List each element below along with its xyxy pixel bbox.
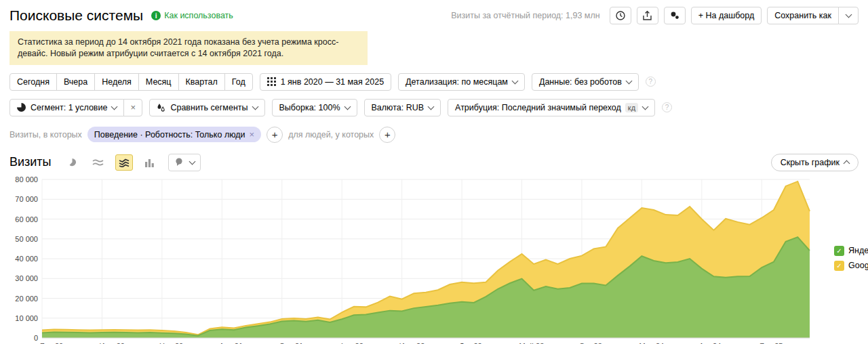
pie-segment-icon bbox=[17, 103, 26, 112]
two-dots-icon bbox=[669, 10, 680, 21]
y-axis-label: 80 000 bbox=[15, 175, 38, 184]
columns-chart-type-button[interactable] bbox=[141, 154, 159, 171]
visits-filter-label: Визиты, в которых bbox=[9, 130, 82, 139]
export-button[interactable] bbox=[637, 7, 658, 24]
y-axis-label: 20 000 bbox=[15, 294, 38, 302]
chart-header: Визиты Скрыть график bbox=[9, 154, 859, 171]
attribution-badge: кд bbox=[625, 103, 638, 112]
stacked-area-type-button[interactable] bbox=[115, 154, 133, 171]
clock-icon bbox=[615, 10, 626, 21]
calendar-grid-icon bbox=[267, 77, 276, 86]
help-icon[interactable]: ? bbox=[662, 102, 672, 112]
attribution-button[interactable]: Атрибуция: Последний значимый переход кд bbox=[448, 99, 655, 116]
help-icon[interactable]: ? bbox=[646, 77, 656, 87]
date-range-button[interactable]: 1 янв 2020 — 31 мая 2025 bbox=[260, 73, 391, 91]
chip-remove-icon[interactable]: × bbox=[250, 129, 255, 139]
range-yesterday-button[interactable]: Вчера bbox=[56, 73, 95, 91]
save-as-button[interactable]: Сохранить как bbox=[767, 7, 839, 24]
quick-range-group: Сегодня Вчера Неделя Месяц Квартал Год bbox=[9, 73, 253, 91]
segment-clear-button[interactable]: × bbox=[123, 99, 142, 116]
chevron-down-icon bbox=[845, 12, 852, 18]
stacked-area-icon bbox=[119, 158, 130, 167]
sampling-label: Выборка: 100% bbox=[279, 103, 340, 112]
checkbox-yandex-icon[interactable]: ✓ bbox=[834, 246, 844, 256]
chevron-down-icon bbox=[428, 103, 435, 110]
legend-label-google: Google bbox=[848, 261, 868, 270]
chart-legend: ✓ Яндекс ✓ Google bbox=[834, 246, 868, 271]
compare-segments-button[interactable]: Сравнить сегменты bbox=[149, 99, 264, 116]
chevron-down-icon bbox=[625, 77, 632, 84]
stacked-area-chart: 010 00020 00030 00040 00050 00060 00070 … bbox=[9, 174, 868, 344]
chevron-down-icon bbox=[189, 158, 195, 165]
period-visits-label: Визиты за отчётный период: 1,93 млн bbox=[451, 11, 599, 20]
chevron-down-icon bbox=[344, 103, 351, 110]
visits-chart: 010 00020 00030 00040 00050 00060 00070 … bbox=[9, 174, 859, 344]
compare-segments-label: Сравнить сегменты bbox=[170, 103, 248, 112]
page-title: Поисковые системы bbox=[9, 7, 143, 24]
period-toolbar: Сегодня Вчера Неделя Месяц Квартал Год 1… bbox=[9, 73, 859, 91]
save-as-dropdown-button[interactable] bbox=[838, 7, 859, 24]
annotations-button[interactable] bbox=[168, 154, 201, 171]
y-axis-label: 0 bbox=[34, 334, 38, 342]
widgets-menu-button[interactable] bbox=[664, 7, 686, 24]
attribution-label: Атрибуция: Последний значимый переход bbox=[455, 103, 621, 112]
segment-toolbar: Сегмент: 1 условие × Сравнить сегменты В… bbox=[9, 99, 859, 116]
people-filter-label: для людей, у которых bbox=[288, 130, 374, 139]
hide-chart-button[interactable]: Скрыть график bbox=[771, 154, 859, 171]
detalization-label: Детализация: по месяцам bbox=[406, 77, 508, 87]
legend-item-yandex[interactable]: ✓ Яндекс bbox=[834, 246, 868, 256]
hide-chart-label: Скрыть график bbox=[781, 158, 840, 167]
y-axis-label: 30 000 bbox=[15, 274, 38, 282]
chevron-down-icon bbox=[511, 77, 518, 84]
info-icon: i bbox=[151, 11, 161, 20]
range-today-button[interactable]: Сегодня bbox=[9, 73, 57, 91]
add-visit-condition-button[interactable]: + bbox=[267, 127, 283, 143]
chevron-down-icon bbox=[252, 103, 258, 110]
chevron-down-icon bbox=[111, 103, 118, 110]
attribution-notice: Статистика за период до 14 октября 2021 … bbox=[9, 31, 368, 65]
robots-filter-chip-label: Поведение · Роботность: Только люди bbox=[94, 130, 245, 139]
robots-filter-chip[interactable]: Поведение · Роботность: Только люди × bbox=[87, 127, 261, 142]
data-mode-label: Данные: без роботов bbox=[539, 77, 622, 87]
currency-label: Валюта: RUB bbox=[372, 103, 425, 112]
segment-button[interactable]: Сегмент: 1 условие bbox=[9, 99, 124, 116]
metrika-search-engines-report: Поисковые системы i Как использовать Виз… bbox=[0, 0, 868, 344]
y-axis-label: 40 000 bbox=[15, 255, 38, 263]
date-range-label: 1 янв 2020 — 31 мая 2025 bbox=[281, 77, 384, 87]
report-header: Поисковые системы i Как использовать Виз… bbox=[9, 7, 859, 24]
y-axis-label: 50 000 bbox=[15, 235, 38, 243]
how-to-use-label: Как использовать bbox=[164, 11, 233, 20]
checkbox-google-icon[interactable]: ✓ bbox=[834, 261, 844, 271]
segment-group: Сегмент: 1 условие × bbox=[9, 99, 142, 116]
columns-chart-icon bbox=[144, 158, 155, 167]
history-button[interactable] bbox=[610, 7, 631, 24]
line-chart-type-button[interactable] bbox=[90, 154, 107, 171]
save-as-split-button: Сохранить как bbox=[767, 7, 859, 24]
detalization-button[interactable]: Детализация: по месяцам bbox=[398, 73, 525, 91]
chart-title: Визиты bbox=[9, 155, 52, 169]
range-month-button[interactable]: Месяц bbox=[138, 73, 179, 91]
add-to-dashboard-button[interactable]: + На дашборд bbox=[691, 7, 762, 24]
droplets-icon bbox=[157, 103, 165, 112]
chevron-down-icon bbox=[642, 103, 649, 110]
data-mode-button[interactable]: Данные: без роботов bbox=[532, 73, 639, 91]
how-to-use-link[interactable]: i Как использовать bbox=[151, 11, 233, 20]
range-year-button[interactable]: Год bbox=[224, 73, 253, 91]
y-axis-label: 60 000 bbox=[15, 215, 38, 223]
segment-label: Сегмент: 1 условие bbox=[31, 103, 107, 112]
y-axis-label: 10 000 bbox=[15, 314, 38, 322]
pie-chart-type-button[interactable] bbox=[64, 154, 81, 171]
pie-chart-icon bbox=[67, 157, 77, 167]
visits-filter-row: Визиты, в которых Поведение · Роботность… bbox=[9, 127, 859, 143]
legend-item-google[interactable]: ✓ Google bbox=[834, 261, 868, 271]
export-icon bbox=[642, 10, 652, 21]
currency-button[interactable]: Валюта: RUB bbox=[364, 99, 441, 116]
chevron-up-icon bbox=[844, 160, 850, 167]
range-week-button[interactable]: Неделя bbox=[94, 73, 139, 91]
range-quarter-button[interactable]: Квартал bbox=[178, 73, 225, 91]
sampling-button[interactable]: Выборка: 100% bbox=[272, 99, 357, 116]
add-people-condition-button[interactable]: + bbox=[379, 127, 395, 143]
comment-bubble-icon bbox=[174, 157, 185, 167]
y-axis-label: 70 000 bbox=[15, 195, 38, 203]
line-chart-icon bbox=[92, 158, 104, 167]
